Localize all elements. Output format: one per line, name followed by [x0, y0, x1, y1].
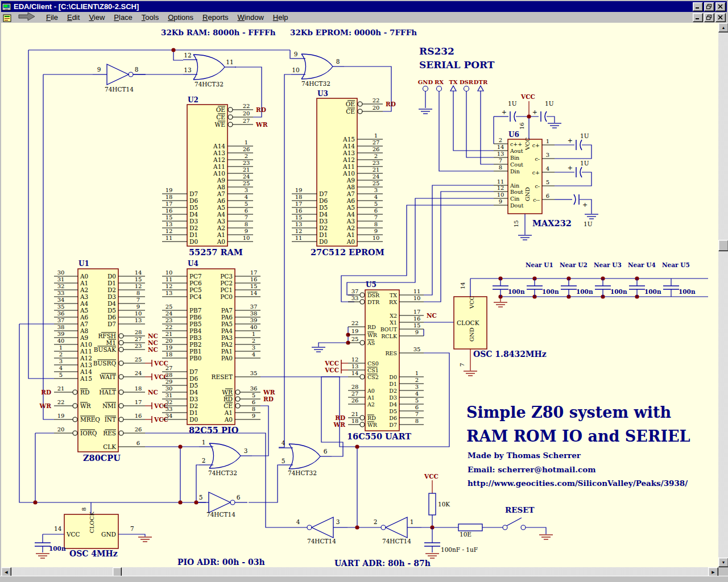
gate-pin-number: 1 — [410, 518, 414, 525]
pin-number: 22 — [166, 324, 173, 330]
pointer-tool-icon[interactable] — [18, 12, 37, 23]
menu-item-place[interactable]: Place — [109, 13, 137, 22]
pin-name: D0 — [319, 238, 328, 245]
pin-name: Cin — [510, 196, 519, 202]
pin-number: 6 — [546, 193, 549, 199]
menu-item-view[interactable]: View — [84, 13, 109, 22]
pin-number: 28 — [166, 372, 173, 378]
menu-item-window[interactable]: Window — [233, 13, 268, 22]
child-minimize-button[interactable] — [693, 13, 703, 22]
pin-name: D2 — [107, 286, 116, 293]
rotated-label: 15 — [513, 220, 519, 227]
pin-number: 17 — [135, 399, 142, 405]
value-label: 74HCT14 — [307, 538, 336, 544]
pin-number: 10 — [243, 235, 250, 241]
pin-name: CS0 — [367, 360, 379, 367]
pin-name: D4 — [189, 389, 198, 396]
pin-number: 26 — [351, 397, 359, 404]
vcc-label: VCC — [424, 473, 439, 480]
pin-number: 24 — [243, 173, 250, 180]
annotation: 100n — [644, 288, 661, 295]
child-restore-button[interactable] — [704, 13, 714, 22]
pin-number: 6 — [136, 440, 140, 446]
pin-name: A1 — [346, 231, 355, 238]
menu-item-reports[interactable]: Reports — [198, 13, 233, 22]
pin-number: 17 — [166, 201, 173, 207]
pin-name: D2 — [319, 225, 328, 231]
annotation: 100n — [576, 288, 593, 295]
menu-item-options[interactable]: Options — [163, 13, 198, 22]
pin-number: 20 — [243, 110, 250, 117]
close-button[interactable] — [715, 2, 726, 11]
pin-name: WR — [222, 389, 233, 396]
menu-item-edit[interactable]: Edit — [63, 13, 84, 22]
pin-name: D3 — [389, 394, 397, 401]
pin-name: Cout — [510, 161, 523, 168]
vcc-label: VCC — [324, 367, 339, 373]
pin-number: 20 — [57, 426, 65, 433]
pin-name: WE — [215, 121, 225, 128]
pin-name: A6 — [217, 197, 226, 204]
pin-number: 3 — [546, 152, 549, 158]
minimize-button[interactable] — [693, 2, 703, 11]
document-icon[interactable] — [3, 14, 12, 22]
pin-number: 1 — [374, 132, 378, 139]
pin-name: D6 — [189, 375, 198, 382]
pin-number: 19 — [166, 187, 173, 193]
pin-number: 1 — [415, 370, 419, 376]
vertical-scroll-thumb[interactable] — [718, 240, 728, 251]
schematic-canvas[interactable]: 981213119108123456563412+++++GNDRXTXDSRD… — [1, 23, 718, 567]
pin-name: D7 — [189, 190, 198, 197]
pin-number: 3 — [374, 187, 378, 193]
pin-name: PB2 — [189, 341, 201, 348]
pin-name: D4 — [389, 401, 397, 408]
annotation: Z80CPU — [83, 453, 121, 463]
pin-name: PC2 — [220, 280, 233, 286]
pin-name: PB6 — [189, 314, 202, 321]
pin-number: 29 — [166, 379, 173, 385]
child-close-button[interactable] — [715, 13, 726, 22]
pin-number: 9 — [245, 228, 248, 234]
ref-designator: U4 — [188, 260, 198, 268]
pin-number: 18 — [166, 351, 173, 357]
pin-name: BUSRQ — [93, 360, 117, 367]
pin-number: 25 — [373, 180, 380, 186]
menu-item-tools[interactable]: Tools — [137, 13, 163, 22]
pin-name: OE — [346, 101, 355, 107]
horizontal-scrollbar[interactable]: ◀ ▶ — [1, 567, 718, 576]
pin-number: 6 — [252, 399, 255, 405]
annotation: 100n — [508, 288, 525, 295]
junction-dot — [527, 114, 531, 118]
value-label: 74HCT32 — [288, 469, 317, 476]
scroll-down-button[interactable]: ▼ — [718, 558, 728, 567]
menu-item-file[interactable]: File — [42, 13, 63, 22]
value-label: 74HCT32 — [301, 80, 330, 87]
ref-designator: U6 — [508, 131, 519, 139]
restore-button[interactable] — [704, 2, 714, 11]
pin-number: 33 — [166, 406, 173, 412]
pin-number: 30 — [166, 385, 173, 392]
pin-name: D6 — [319, 197, 328, 204]
pin-number: 27 — [351, 390, 359, 397]
scroll-up-button[interactable]: ▲ — [718, 23, 728, 32]
pin-name: D1 — [319, 231, 328, 238]
annotation: PIO ADR: 00h - 03h — [177, 558, 265, 567]
pin-number: 13 — [351, 363, 359, 369]
pin-name: c++ — [510, 141, 522, 147]
vertical-scrollbar[interactable]: ▲ ▼ — [718, 23, 728, 567]
pin-number: 9 — [252, 413, 255, 419]
pin-name: X1 — [390, 319, 397, 326]
polarity-plus: + — [582, 201, 588, 209]
pin-name: A10 — [342, 170, 355, 177]
pin-number: 12 — [295, 228, 303, 234]
rotated-label: 16 — [519, 122, 525, 130]
pin-number: 9 — [499, 198, 502, 205]
pin-number: 8 — [136, 290, 140, 296]
pin-name: PB5 — [189, 321, 201, 327]
pin-name: RD — [367, 415, 376, 421]
port-pin-label: GND — [418, 79, 433, 85]
junction-dot — [171, 48, 175, 52]
pin-name: A11 — [80, 348, 92, 355]
value-label: 10E — [460, 531, 471, 538]
menu-item-help[interactable]: Help — [268, 13, 293, 22]
